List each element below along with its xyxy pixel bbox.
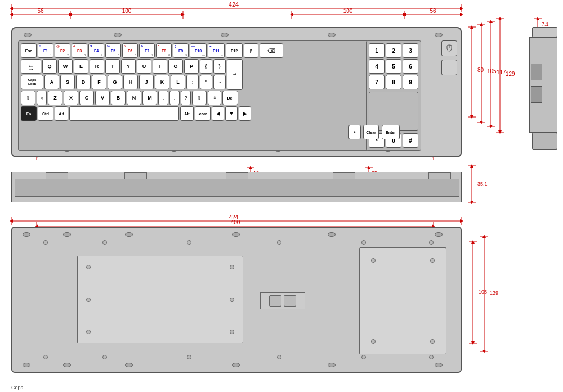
bv-hole-t3 — [125, 232, 133, 237]
svg-text:117: 117 — [497, 69, 506, 75]
key-enter-numpad[interactable]: Enter — [382, 125, 400, 139]
key-quote[interactable]: " — [200, 75, 212, 89]
key-num1[interactable]: 1 — [369, 43, 385, 58]
key-num6[interactable]: 6 — [403, 59, 418, 74]
key-p[interactable]: P — [184, 59, 199, 74]
key-f4[interactable]: $ F4 4 — [88, 43, 104, 58]
front-tab-2 — [124, 172, 147, 179]
key-f5[interactable]: % F5 5 — [105, 43, 121, 58]
key-shift-r[interactable]: ⇧ — [192, 91, 207, 105]
mount-hole-t2 — [114, 33, 122, 37]
key-f3[interactable]: # F3 3 — [72, 43, 87, 58]
key-dot-top[interactable]: . — [158, 91, 168, 105]
front-tab-1 — [46, 172, 68, 179]
key-comma[interactable]: : — [169, 91, 180, 105]
key-row-2: ⇐ ⇒ Q W E R T Y U I O P { } ↵ — [21, 59, 376, 74]
key-left[interactable]: ◀ — [212, 106, 224, 121]
key-num9[interactable]: 9 — [403, 75, 418, 89]
key-f2[interactable]: @ F2 2 — [55, 43, 70, 58]
key-u[interactable]: U — [137, 59, 151, 74]
key-j[interactable]: J — [139, 75, 154, 89]
key-v[interactable]: V — [95, 91, 110, 105]
key-f12[interactable]: F12 — [226, 43, 243, 58]
key-shift-l[interactable]: ⇧ — [21, 91, 35, 105]
key-hash[interactable]: # — [403, 133, 418, 148]
screw-b3 — [187, 355, 191, 359]
key-num2[interactable]: 2 — [386, 43, 401, 58]
key-w[interactable]: W — [58, 59, 73, 74]
bv-hole-t4 — [232, 232, 240, 237]
key-f8[interactable]: * F8 8 — [156, 43, 172, 58]
key-g[interactable]: G — [108, 75, 122, 89]
screw-t4 — [277, 240, 282, 245]
pcb-screw-2 — [230, 265, 234, 269]
key-f[interactable]: F — [92, 75, 106, 89]
key-tilde[interactable]: ~ — [213, 75, 226, 89]
side-view — [529, 19, 560, 154]
key-q[interactable]: Q — [42, 59, 57, 74]
key-lbracket[interactable]: { — [200, 59, 212, 74]
key-o[interactable]: O — [168, 59, 183, 74]
key-alt-l[interactable]: Alt — [55, 106, 68, 121]
key-space[interactable] — [69, 106, 179, 121]
key-d[interactable]: D — [76, 75, 91, 89]
key-caps[interactable]: CapsLock — [21, 75, 43, 89]
keyboard-inner-area: Esc ! F1 1 @ F2 2 # F3 3 — [18, 40, 378, 151]
key-colon[interactable]: : — [186, 75, 199, 89]
key-z[interactable]: Z — [48, 91, 62, 105]
key-clear[interactable]: Clear — [363, 125, 379, 139]
key-num5[interactable]: 5 — [386, 59, 401, 74]
key-y[interactable]: Y — [121, 59, 136, 74]
key-del[interactable]: Del — [222, 91, 238, 105]
key-dot-numpad[interactable]: • — [348, 125, 361, 139]
key-t[interactable]: T — [105, 59, 120, 74]
key-esc[interactable]: Esc — [21, 43, 37, 58]
key-tab[interactable]: ⇐ ⇒ — [21, 59, 41, 74]
key-m[interactable]: M — [142, 91, 157, 105]
bottom-outer — [11, 227, 462, 373]
key-rbracket[interactable]: } — [213, 59, 226, 74]
key-slash[interactable]: ? — [181, 91, 191, 105]
key-f9[interactable]: ( F9 9 — [173, 43, 189, 58]
key-l[interactable]: L — [171, 75, 185, 89]
key-num7[interactable]: 7 — [369, 75, 385, 89]
key-ctrl[interactable]: Ctrl — [38, 106, 53, 121]
key-right[interactable]: ▶ — [239, 106, 251, 121]
key-x[interactable]: X — [64, 91, 78, 105]
key-backspace[interactable]: ⌫ — [260, 43, 283, 58]
key-k[interactable]: K — [155, 75, 169, 89]
connector-port-2 — [284, 295, 296, 307]
key-b[interactable]: B — [111, 91, 126, 105]
pcb-screw-6 — [230, 298, 234, 302]
bv-hole-b4 — [232, 363, 240, 367]
key-h[interactable]: H — [123, 75, 138, 89]
key-down[interactable]: ▼ — [225, 106, 238, 121]
key-backslash[interactable]: |\ — [244, 43, 258, 58]
key-n[interactable]: N — [127, 91, 141, 105]
key-a[interactable]: A — [44, 75, 59, 89]
key-f11[interactable]: + F11 = — [208, 43, 225, 58]
bv-hole-t1 — [23, 232, 30, 237]
mouse-btn-right[interactable] — [441, 60, 457, 75]
key-num8[interactable]: 8 — [386, 75, 401, 89]
key-s[interactable]: S — [60, 75, 75, 89]
key-r[interactable]: R — [90, 59, 104, 74]
key-c[interactable]: C — [79, 91, 94, 105]
mouse-btn-left[interactable] — [441, 40, 457, 56]
top-view: Esc ! F1 1 @ F2 2 # F3 3 — [11, 19, 467, 162]
key-fn[interactable]: Fn — [21, 106, 37, 121]
key-num4[interactable]: 4 — [369, 59, 385, 74]
key-f6[interactable]: ^ F6 6 — [122, 43, 138, 58]
key-num3[interactable]: 3 — [403, 43, 418, 58]
key-f7[interactable]: & F7 7 — [139, 43, 155, 58]
key-f1[interactable]: ! F1 1 — [38, 43, 53, 58]
key-com[interactable]: .com — [195, 106, 211, 121]
screw-b4 — [277, 355, 282, 359]
key-i[interactable]: I — [153, 59, 167, 74]
key-less[interactable]: < — [37, 91, 47, 105]
key-pgup[interactable]: ⇞ — [208, 91, 221, 105]
key-f10[interactable]: — F10 — — [190, 43, 207, 58]
screw-t5 — [361, 240, 366, 245]
key-alt-r[interactable]: Alt — [180, 106, 194, 121]
key-e[interactable]: E — [74, 59, 88, 74]
